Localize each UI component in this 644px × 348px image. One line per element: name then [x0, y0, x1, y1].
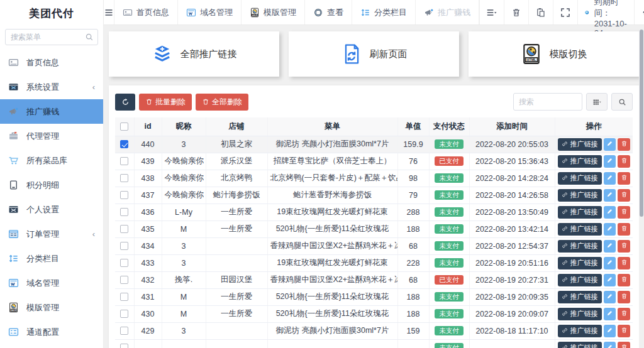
- delete-all-button[interactable]: 全部删除: [196, 94, 248, 111]
- row-checkbox[interactable]: [120, 242, 128, 250]
- edit-button[interactable]: [604, 172, 616, 185]
- edit-button[interactable]: [604, 206, 616, 219]
- row-actions: 推广链接: [558, 274, 631, 286]
- row-checkbox[interactable]: [120, 276, 128, 284]
- columns-toggle-button[interactable]: [586, 93, 608, 111]
- delete-button[interactable]: [618, 223, 630, 236]
- delete-button[interactable]: [618, 189, 630, 202]
- delete-button[interactable]: [618, 172, 630, 185]
- select-all-checkbox[interactable]: [120, 122, 128, 131]
- delete-button[interactable]: [618, 274, 630, 286]
- row-checkbox[interactable]: [120, 259, 128, 267]
- trash-icon[interactable]: [504, 0, 528, 24]
- delete-button[interactable]: [618, 308, 630, 320]
- row-checkbox[interactable]: [120, 293, 128, 301]
- sidebar-item-分类栏目[interactable]: 分类栏目: [0, 246, 103, 271]
- sidebar-item-所有菜品库[interactable]: 所有菜品库: [0, 148, 103, 173]
- status-badge: 未支付: [435, 173, 464, 183]
- row-checkbox[interactable]: [120, 327, 128, 335]
- edit-button[interactable]: [604, 155, 616, 168]
- edit-button[interactable]: [604, 342, 616, 348]
- admin-account[interactable]: K Admin 到期时间：2031-10-24: [577, 0, 634, 24]
- delete-button[interactable]: [618, 257, 630, 269]
- promo-link-button[interactable]: 推广链接: [558, 308, 602, 320]
- edit-button[interactable]: [604, 257, 616, 269]
- sidebar-item-订单管理[interactable]: 订单管理‹: [0, 222, 103, 246]
- promo-link-button[interactable]: 推广链接: [558, 342, 602, 348]
- sidebar-item-积分明细[interactable]: 积分明细: [0, 173, 103, 197]
- promo-link-button[interactable]: 推广链接: [558, 325, 602, 337]
- promo-link-button[interactable]: 推广链接: [558, 206, 602, 219]
- row-checkbox[interactable]: [120, 344, 128, 348]
- clear-cache-icon[interactable]: [528, 0, 553, 24]
- row-time: 2022-08-20 13:42:14: [469, 220, 555, 237]
- promo-link-button[interactable]: 推广链接: [558, 138, 602, 151]
- row-checkbox[interactable]: [120, 310, 128, 318]
- sidebar-item-通道配置[interactable]: 通道配置: [0, 320, 103, 344]
- scrollbar-thumb[interactable]: [640, 30, 643, 217]
- row-status-cell: 未支付: [429, 220, 469, 237]
- edit-button[interactable]: [604, 308, 616, 320]
- delete-button[interactable]: [618, 155, 630, 168]
- delete-button[interactable]: [618, 342, 630, 348]
- sidebar-item-个人设置[interactable]: 个人设置: [0, 197, 103, 222]
- edit-button[interactable]: [604, 189, 616, 202]
- edit-button[interactable]: [604, 291, 616, 303]
- row-price: 288: [397, 204, 429, 220]
- card-模版切换[interactable]: HTML模版切换: [469, 31, 639, 77]
- delete-button[interactable]: [618, 325, 630, 337]
- tab-查看[interactable]: 查看: [305, 0, 352, 24]
- tab-域名管理[interactable]: 域名管理: [178, 0, 242, 24]
- refresh-button[interactable]: [115, 94, 135, 111]
- edit-button[interactable]: [604, 138, 616, 151]
- promo-link-button[interactable]: 推广链接: [558, 189, 602, 202]
- promo-link-button[interactable]: 推广链接: [558, 223, 602, 236]
- row-checkbox[interactable]: [120, 157, 128, 165]
- edit-button[interactable]: [604, 240, 616, 253]
- row-checkbox[interactable]: [120, 208, 128, 216]
- delete-button[interactable]: [618, 138, 630, 151]
- edit-button[interactable]: [604, 325, 616, 337]
- table-search-button[interactable]: [611, 93, 633, 111]
- row-shop: 一生所爱: [206, 288, 267, 305]
- tab-首页信息[interactable]: 首页信息: [114, 0, 178, 24]
- delete-button[interactable]: [618, 206, 630, 219]
- promo-link-button[interactable]: 推广链接: [558, 257, 602, 269]
- sidebar-item-域名管理[interactable]: 域名管理: [0, 271, 103, 295]
- batch-delete-button[interactable]: 批量删除: [139, 94, 192, 111]
- card-全部推广链接[interactable]: 全部推广链接: [109, 31, 279, 77]
- edit-button[interactable]: [604, 223, 616, 236]
- promo-link-button[interactable]: 推广链接: [558, 291, 602, 303]
- delete-button[interactable]: [618, 240, 630, 253]
- card-刷新页面[interactable]: 刷新页面: [289, 31, 459, 77]
- sidebar-item-代理管理[interactable]: 代理管理: [0, 124, 103, 148]
- tab-分类栏目[interactable]: 分类栏目: [352, 0, 416, 24]
- tab-推广赚钱[interactable]: 推广赚钱: [416, 0, 479, 24]
- row-checkbox[interactable]: [120, 225, 128, 233]
- sidebar-item-label: 首页信息: [26, 57, 59, 68]
- sidebar-toggle-icon[interactable]: [104, 0, 114, 24]
- settings-gear-icon[interactable]: [634, 0, 644, 24]
- row-checkbox[interactable]: [120, 140, 128, 148]
- table-search-input[interactable]: [513, 93, 582, 111]
- row-checkbox[interactable]: [120, 174, 128, 182]
- promo-link-button[interactable]: 推广链接: [558, 172, 602, 185]
- delete-button[interactable]: [618, 291, 630, 303]
- sidebar-item-首页信息[interactable]: 首页信息: [0, 50, 103, 75]
- pencil-icon: [606, 190, 613, 200]
- row-checkbox[interactable]: [120, 191, 128, 199]
- row-status-cell: 未支付: [429, 170, 469, 187]
- tab-模版管理[interactable]: HTML模版管理: [242, 0, 305, 24]
- tabs-menu-dropdown-icon[interactable]: [479, 0, 504, 24]
- sidebar-item-推广赚钱[interactable]: 推广赚钱: [0, 99, 103, 124]
- promo-link-button[interactable]: 推广链接: [558, 155, 602, 168]
- page-scrollbar[interactable]: [639, 26, 644, 348]
- chevron-left-icon: ‹: [92, 82, 95, 92]
- sidebar-item-模版管理[interactable]: HTML模版管理: [0, 295, 103, 320]
- promo-link-button[interactable]: 推广链接: [558, 274, 602, 286]
- fullscreen-icon[interactable]: [553, 0, 577, 24]
- edit-button[interactable]: [604, 274, 616, 286]
- sidebar-search-input[interactable]: [5, 29, 98, 45]
- sidebar-item-系统设置[interactable]: 系统设置‹: [0, 75, 103, 99]
- promo-link-button[interactable]: 推广链接: [558, 240, 602, 253]
